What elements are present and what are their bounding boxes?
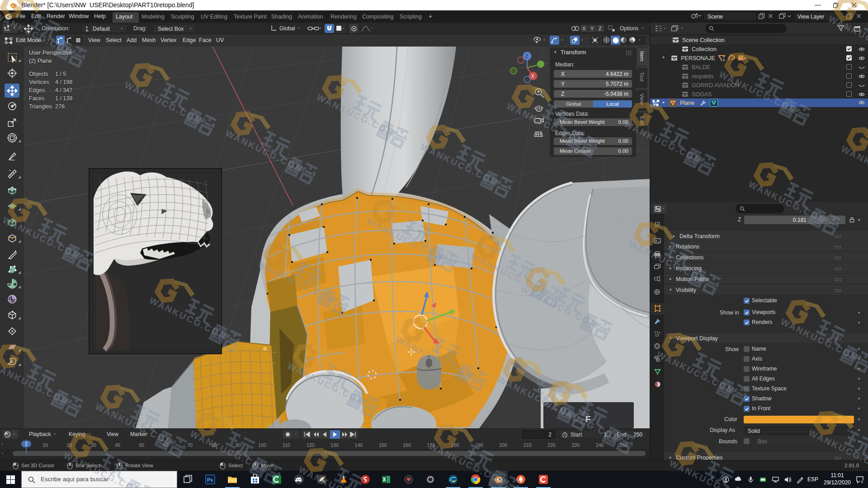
- svg-text:3: 3: [861, 480, 863, 483]
- svg-text:X: X: [531, 74, 534, 79]
- svg-text:F: F: [585, 414, 591, 424]
- svg-text:Ps: Ps: [207, 477, 213, 483]
- svg-text:Z: Z: [525, 54, 528, 59]
- svg-text:5: 5: [723, 58, 725, 62]
